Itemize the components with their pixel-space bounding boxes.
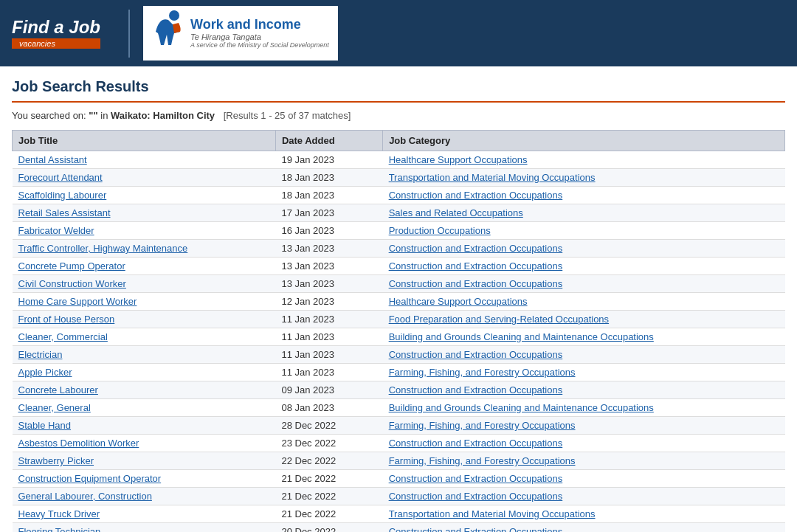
job-category-link[interactable]: Construction and Extraction Occupations bbox=[389, 243, 563, 254]
job-title-link[interactable]: Stable Hand bbox=[18, 420, 72, 431]
job-category-link[interactable]: Farming, Fishing, and Forestry Occupatio… bbox=[389, 367, 576, 378]
job-category-link[interactable]: Construction and Extraction Occupations bbox=[389, 473, 563, 484]
job-title-link[interactable]: Fabricator Welder bbox=[18, 225, 94, 236]
job-category-cell: Food Preparation and Serving-Related Occ… bbox=[383, 311, 785, 328]
table-row: Forecourt Attendant18 Jan 2023Transporta… bbox=[13, 169, 785, 187]
date-added-cell: 23 Dec 2022 bbox=[275, 435, 382, 452]
job-category-link[interactable]: Construction and Extraction Occupations bbox=[389, 190, 563, 201]
job-title-link[interactable]: Flooring Technician bbox=[18, 526, 101, 532]
wai-title: Work and Income bbox=[190, 18, 329, 32]
job-category-cell: Construction and Extraction Occupations bbox=[383, 240, 785, 258]
table-row: Flooring Technician20 Dec 2022Constructi… bbox=[13, 523, 785, 533]
table-row: Home Care Support Worker12 Jan 2023Healt… bbox=[13, 293, 785, 311]
table-row: Cleaner, General08 Jan 2023Building and … bbox=[13, 399, 785, 417]
job-category-link[interactable]: Construction and Extraction Occupations bbox=[389, 278, 563, 289]
job-category-link[interactable]: Construction and Extraction Occupations bbox=[389, 491, 563, 502]
job-title-cell: Dental Assistant bbox=[13, 151, 276, 169]
table-row: Construction Equipment Operator21 Dec 20… bbox=[13, 470, 785, 488]
job-title-link[interactable]: Front of House Person bbox=[18, 314, 115, 325]
job-title-cell: Asbestos Demolition Worker bbox=[13, 435, 276, 452]
job-title-cell: Front of House Person bbox=[13, 311, 276, 328]
job-title-link[interactable]: Home Care Support Worker bbox=[18, 296, 137, 307]
job-category-link[interactable]: Farming, Fishing, and Forestry Occupatio… bbox=[389, 455, 576, 466]
date-added-cell: 11 Jan 2023 bbox=[275, 328, 382, 346]
date-added-cell: 18 Jan 2023 bbox=[275, 169, 382, 187]
job-category-link[interactable]: Construction and Extraction Occupations bbox=[389, 349, 563, 360]
job-category-cell: Construction and Extraction Occupations bbox=[383, 187, 785, 204]
job-category-link[interactable]: Healthcare Support Occupations bbox=[389, 154, 528, 165]
job-category-cell: Healthcare Support Occupations bbox=[383, 151, 785, 169]
col-header-date: Date Added bbox=[275, 131, 382, 151]
job-title-cell: Electrician bbox=[13, 346, 276, 364]
job-category-cell: Farming, Fishing, and Forestry Occupatio… bbox=[383, 452, 785, 470]
job-title-link[interactable]: Electrician bbox=[18, 349, 63, 360]
job-title-link[interactable]: Asbestos Demolition Worker bbox=[18, 438, 139, 449]
job-title-link[interactable]: Civil Construction Worker bbox=[18, 278, 126, 289]
date-added-cell: 17 Jan 2023 bbox=[275, 204, 382, 222]
col-header-title: Job Title bbox=[13, 131, 276, 151]
job-title-link[interactable]: Strawberry Picker bbox=[18, 455, 94, 466]
job-category-link[interactable]: Construction and Extraction Occupations bbox=[389, 260, 563, 272]
date-added-cell: 13 Jan 2023 bbox=[275, 240, 382, 258]
table-row: Stable Hand28 Dec 2022Farming, Fishing, … bbox=[13, 417, 785, 435]
search-location: Waikato: Hamilton City bbox=[111, 110, 215, 121]
job-title-link[interactable]: Concrete Labourer bbox=[18, 384, 98, 395]
table-row: Retail Sales Assistant17 Jan 2023Sales a… bbox=[13, 204, 785, 222]
job-title-link[interactable]: Apple Picker bbox=[18, 367, 72, 378]
date-added-cell: 21 Dec 2022 bbox=[275, 505, 382, 523]
job-category-cell: Building and Grounds Cleaning and Mainte… bbox=[383, 399, 785, 417]
job-title-link[interactable]: Retail Sales Assistant bbox=[18, 207, 111, 218]
job-category-link[interactable]: Transportation and Material Moving Occup… bbox=[389, 508, 596, 519]
job-title-link[interactable]: Dental Assistant bbox=[18, 154, 87, 165]
job-category-link[interactable]: Sales and Related Occupations bbox=[389, 207, 523, 218]
page-title: Job Search Results bbox=[12, 78, 785, 103]
date-added-cell: 09 Jan 2023 bbox=[275, 381, 382, 399]
job-category-link[interactable]: Healthcare Support Occupations bbox=[389, 296, 528, 307]
job-title-link[interactable]: Traffic Controller, Highway Maintenance bbox=[18, 243, 188, 254]
job-title-link[interactable]: Cleaner, Commercial bbox=[18, 331, 108, 342]
job-category-link[interactable]: Construction and Extraction Occupations bbox=[389, 526, 563, 532]
job-category-link[interactable]: Building and Grounds Cleaning and Mainte… bbox=[389, 402, 654, 413]
search-info: You searched on: "" in Waikato: Hamilton… bbox=[12, 110, 785, 121]
table-row: Fabricator Welder16 Jan 2023Production O… bbox=[13, 222, 785, 240]
job-category-link[interactable]: Transportation and Material Moving Occup… bbox=[389, 172, 596, 183]
date-added-cell: 13 Jan 2023 bbox=[275, 258, 382, 275]
date-added-cell: 11 Jan 2023 bbox=[275, 346, 382, 364]
job-category-cell: Transportation and Material Moving Occup… bbox=[383, 169, 785, 187]
job-title-link[interactable]: Scaffolding Labourer bbox=[18, 190, 107, 201]
job-title-cell: Strawberry Picker bbox=[13, 452, 276, 470]
table-row: Strawberry Picker22 Dec 2022Farming, Fis… bbox=[13, 452, 785, 470]
job-title-link[interactable]: Construction Equipment Operator bbox=[18, 473, 162, 484]
job-title-link[interactable]: General Labourer, Construction bbox=[18, 491, 152, 502]
table-row: Civil Construction Worker13 Jan 2023Cons… bbox=[13, 275, 785, 293]
job-title-cell: Retail Sales Assistant bbox=[13, 204, 276, 222]
job-title-link[interactable]: Heavy Truck Driver bbox=[18, 508, 100, 519]
job-category-link[interactable]: Food Preparation and Serving-Related Occ… bbox=[389, 314, 609, 325]
date-added-cell: 21 Dec 2022 bbox=[275, 470, 382, 488]
job-title-cell: Scaffolding Labourer bbox=[13, 187, 276, 204]
job-category-cell: Farming, Fishing, and Forestry Occupatio… bbox=[383, 364, 785, 381]
table-row: Scaffolding Labourer18 Jan 2023Construct… bbox=[13, 187, 785, 204]
date-added-cell: 19 Jan 2023 bbox=[275, 151, 382, 169]
table-row: Concrete Labourer09 Jan 2023Construction… bbox=[13, 381, 785, 399]
job-title-link[interactable]: Concrete Pump Operator bbox=[18, 260, 125, 272]
job-category-cell: Transportation and Material Moving Occup… bbox=[383, 505, 785, 523]
job-title-cell: Cleaner, Commercial bbox=[13, 328, 276, 346]
wai-figure-icon bbox=[152, 10, 183, 57]
job-category-cell: Farming, Fishing, and Forestry Occupatio… bbox=[383, 417, 785, 435]
search-term: "" bbox=[89, 110, 97, 121]
table-row: General Labourer, Construction21 Dec 202… bbox=[13, 488, 785, 505]
date-added-cell: 12 Jan 2023 bbox=[275, 293, 382, 311]
job-category-link[interactable]: Farming, Fishing, and Forestry Occupatio… bbox=[389, 420, 576, 431]
job-category-link[interactable]: Building and Grounds Cleaning and Mainte… bbox=[389, 331, 654, 342]
job-category-link[interactable]: Construction and Extraction Occupations bbox=[389, 384, 563, 395]
job-category-link[interactable]: Production Occupations bbox=[389, 225, 491, 236]
job-category-cell: Construction and Extraction Occupations bbox=[383, 275, 785, 293]
table-row: Heavy Truck Driver21 Dec 2022Transportat… bbox=[13, 505, 785, 523]
job-title-link[interactable]: Cleaner, General bbox=[18, 402, 91, 413]
job-category-cell: Production Occupations bbox=[383, 222, 785, 240]
date-added-cell: 28 Dec 2022 bbox=[275, 417, 382, 435]
job-title-link[interactable]: Forecourt Attendant bbox=[18, 172, 103, 183]
job-category-link[interactable]: Construction and Extraction Occupations bbox=[389, 438, 563, 449]
table-row: Electrician11 Jan 2023Construction and E… bbox=[13, 346, 785, 364]
